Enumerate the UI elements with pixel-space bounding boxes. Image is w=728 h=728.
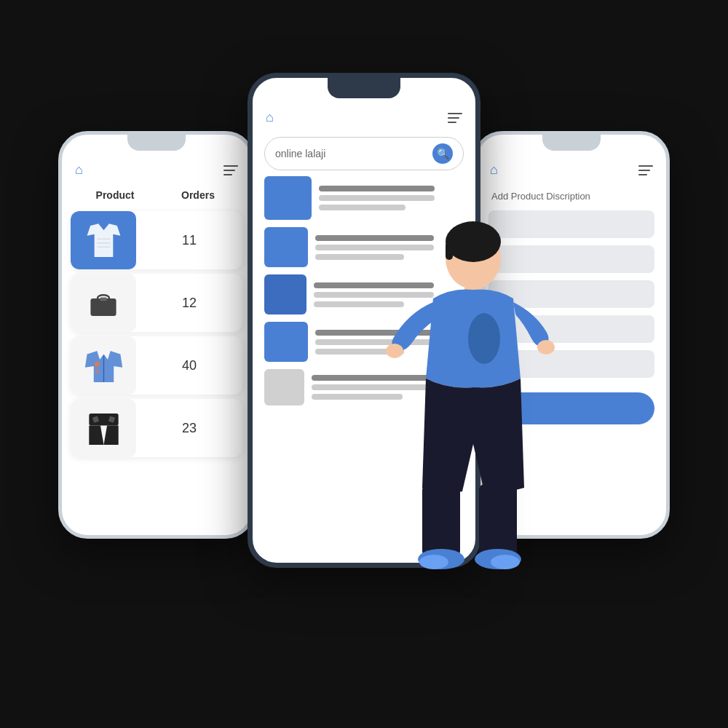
list-line-1c	[319, 205, 405, 210]
left-phone-notch	[127, 135, 186, 151]
list-thumb-1	[264, 176, 312, 220]
product-row-1: 11	[71, 211, 242, 269]
search-bar[interactable]: 🔍	[264, 137, 464, 170]
svg-rect-23	[479, 484, 517, 557]
list-line-1b	[319, 195, 435, 201]
left-phone: ⌂ Product Orders	[58, 131, 255, 539]
right-phone-header: ⌂	[477, 157, 666, 183]
center-phone-notch	[328, 78, 400, 98]
svg-rect-17	[446, 242, 453, 260]
svg-point-27	[491, 555, 520, 569]
search-icon[interactable]: 🔍	[432, 143, 453, 164]
menu-line-2	[223, 170, 235, 171]
right-home-icon: ⌂	[490, 162, 498, 178]
svg-point-9	[95, 369, 99, 373]
bag-icon	[86, 285, 121, 320]
product-image-2	[71, 274, 136, 332]
right-menu-icon[interactable]	[638, 165, 653, 175]
list-line-1a	[319, 186, 435, 191]
right-menu-line-3	[638, 174, 647, 175]
center-menu-line-1	[448, 113, 462, 114]
product-image-1	[71, 211, 136, 269]
orders-count-1: 11	[136, 233, 242, 248]
product-image-4	[71, 399, 136, 457]
product-row-3: 40	[71, 336, 242, 395]
center-phone-header: ⌂	[253, 104, 475, 131]
home-icon: ⌂	[75, 162, 83, 178]
list-thumb-3	[264, 274, 306, 314]
scene: ⌂ Product Orders	[36, 73, 692, 655]
center-menu-icon[interactable]	[448, 113, 462, 123]
product-row-2: 12	[71, 274, 242, 332]
col-orders-header: Orders	[157, 189, 240, 201]
orders-count-4: 23	[136, 421, 242, 436]
product-image-3	[71, 336, 136, 395]
list-lines-1	[319, 186, 464, 210]
svg-rect-4	[90, 298, 116, 316]
product-row-4: 23	[71, 399, 242, 457]
menu-icon[interactable]	[223, 165, 238, 175]
search-input[interactable]	[275, 148, 427, 159]
center-home-icon: ⌂	[266, 110, 274, 125]
jacket-icon	[84, 346, 124, 386]
center-menu-line-3	[448, 122, 456, 123]
menu-line-3	[223, 174, 232, 175]
col-product-header: Product	[74, 189, 157, 201]
right-menu-line-1	[638, 165, 653, 167]
svg-point-21	[468, 313, 500, 364]
list-thumb-4	[264, 322, 308, 362]
svg-point-16	[446, 221, 501, 262]
list-thumb-5	[264, 369, 304, 405]
shorts-icon	[84, 408, 124, 448]
svg-rect-22	[422, 484, 460, 557]
svg-point-19	[386, 344, 403, 358]
person-illustration	[379, 211, 561, 648]
svg-rect-5	[100, 297, 107, 301]
table-header: Product Orders	[62, 183, 251, 207]
add-product-title: Add Product Discription	[477, 183, 666, 206]
left-phone-header: ⌂	[62, 157, 251, 183]
list-thumb-2	[264, 227, 308, 267]
orders-count-2: 12	[136, 296, 242, 311]
right-phone-notch	[542, 135, 601, 151]
svg-point-8	[94, 361, 99, 366]
svg-marker-11	[89, 425, 103, 445]
svg-marker-12	[103, 425, 118, 445]
tshirt-icon	[84, 221, 124, 261]
svg-point-20	[537, 340, 555, 355]
left-phone-content: ⌂ Product Orders	[62, 135, 251, 535]
center-menu-line-2	[448, 117, 459, 119]
svg-point-25	[419, 555, 448, 569]
orders-count-3: 40	[136, 358, 242, 373]
person-svg	[379, 211, 561, 648]
right-menu-line-2	[638, 170, 650, 171]
svg-marker-0	[87, 223, 120, 257]
menu-line-1	[223, 165, 238, 167]
